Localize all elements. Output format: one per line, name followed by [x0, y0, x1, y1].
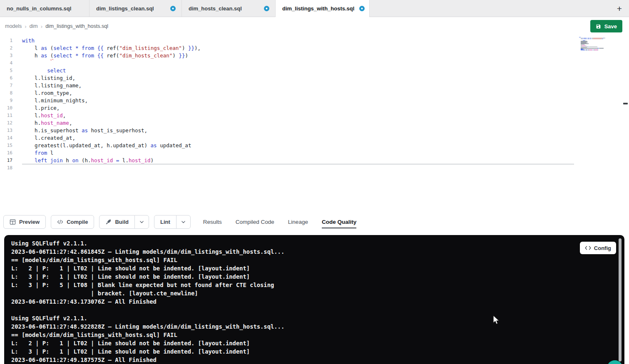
minimap-token: [593, 39, 601, 39]
terminal-line: L: 3 | P: 1 | LT02 | Line should not be …: [11, 347, 614, 356]
code-line-12[interactable]: 12 h.host_name,: [0, 119, 629, 127]
lint-options-dropdown[interactable]: [176, 215, 191, 229]
code-line-2[interactable]: 2 l as (select * from {{ ref("dim_listin…: [0, 45, 629, 52]
build-button-label: Build: [115, 219, 129, 225]
code-token: ): [151, 157, 154, 163]
line-number: 1: [0, 37, 12, 45]
tab-no-nulls-in-columns[interactable]: no_nulls_in_columns.sql: [0, 0, 90, 17]
code-line-15[interactable]: 15 greatest(l.updated_at, h.updated_at) …: [0, 142, 629, 149]
build-options-dropdown[interactable]: [134, 215, 149, 229]
new-tab-button[interactable]: +: [610, 0, 629, 17]
code-token: host_id: [91, 157, 113, 163]
file-header-bar: models›dim›dim_listings_with_hosts.sql S…: [0, 17, 629, 35]
save-button[interactable]: Save: [590, 20, 622, 32]
code-text: left join h on (h.host_id = l.host_id): [12, 157, 154, 164]
terminal-line: [11, 306, 614, 314]
code-line-13[interactable]: 13 h.is_superhost as host_is_superhost,: [0, 127, 629, 134]
code-line-17[interactable]: 17 left join h on (h.host_id = l.host_id…: [0, 157, 629, 164]
code-line-7[interactable]: 7 l.listing_name,: [0, 82, 629, 89]
code-line-1[interactable]: 1with: [0, 37, 629, 45]
code-text: l as (select * from {{ ref("dim_listings…: [12, 45, 201, 52]
line-number: 5: [0, 67, 12, 74]
code-line-16[interactable]: 16 from l: [0, 149, 629, 157]
tab-dim-listings-with-hosts[interactable]: dim_listings_with_hosts.sql: [276, 0, 370, 17]
code-token: [72, 52, 75, 59]
unsaved-changes-icon[interactable]: [170, 6, 176, 11]
code-text: select: [12, 67, 66, 74]
unsaved-changes-icon[interactable]: [264, 6, 269, 11]
code-token: l.listing_name,: [22, 82, 82, 89]
code-token: [113, 157, 116, 163]
preview-button[interactable]: Preview: [3, 215, 46, 229]
editor-minimap[interactable]: [579, 37, 609, 51]
lint-config-button[interactable]: Config: [580, 242, 616, 254]
lint-button[interactable]: Lint: [154, 215, 177, 229]
unsaved-changes-icon[interactable]: [359, 6, 365, 11]
terminal-panel: Using SQLFluff v2.1.1.2023-06-06T11:27:4…: [4, 235, 624, 364]
minimap-token: [589, 47, 597, 47]
breadcrumb-separator-icon: ›: [25, 23, 26, 30]
code-text: l.listing_id,: [12, 74, 75, 82]
code-line-6[interactable]: 6 l.listing_id,: [0, 74, 629, 82]
terminal-line: Using SQLFluff v2.1.1.: [11, 314, 614, 322]
code-token: h: [22, 52, 41, 59]
tab-dim-hosts-clean[interactable]: dim_hosts_clean.sql: [182, 0, 276, 17]
minimap-token: [603, 39, 603, 39]
breadcrumb-item[interactable]: models: [5, 23, 22, 29]
minimap-token: [594, 50, 598, 50]
code-token: ref(: [104, 52, 119, 59]
line-number: 11: [0, 112, 12, 119]
terminal-line: L: 3 | P: 5 | LT08 | Blank line expected…: [11, 281, 614, 289]
code-line-8[interactable]: 8 l.room_type,: [0, 89, 629, 97]
minimap-token: [599, 48, 604, 48]
breadcrumb-item[interactable]: dim_listings_with_hosts.sql: [45, 23, 108, 29]
line-number: 8: [0, 89, 12, 97]
code-token: l.: [119, 157, 129, 163]
code-token: [79, 45, 82, 51]
line-number: 4: [0, 59, 12, 67]
code-token: updated_at: [157, 142, 191, 149]
code-text: l.price,: [12, 104, 60, 112]
code-token: [79, 52, 82, 59]
build-button-group: Build: [99, 215, 149, 229]
code-text: h as (select * from {{ ref("dim_hosts_cl…: [12, 52, 188, 59]
code-token: greatest(l.updated_at, h.updated_at): [22, 142, 151, 149]
result-tab-lineage[interactable]: Lineage: [288, 215, 308, 228]
result-tab-results[interactable]: Results: [203, 215, 222, 228]
terminal-scrollbar[interactable]: [619, 238, 622, 362]
code-editor[interactable]: 1with2 l as (select * from {{ ref("dim_l…: [0, 35, 629, 210]
code-line-3[interactable]: 3 h as (select * from {{ ref("dim_hosts_…: [0, 52, 629, 59]
save-button-label: Save: [604, 23, 617, 30]
code-token: ,: [69, 120, 72, 126]
code-line-10[interactable]: 10 l.price,: [0, 104, 629, 112]
code-token: *: [75, 52, 79, 59]
code-token: h: [63, 157, 72, 163]
tab-label: dim_listings_with_hosts.sql: [282, 5, 354, 12]
file-tabs: no_nulls_in_columns.sqldim_listings_clea…: [0, 0, 370, 17]
code-line-9[interactable]: 9 l.minimum_nights,: [0, 97, 629, 104]
compile-button[interactable]: Compile: [51, 215, 94, 229]
lint-button-label: Lint: [160, 219, 170, 225]
tab-dim-listings-clean[interactable]: dim_listings_clean.sql: [90, 0, 182, 17]
editor-scrollbar-marker[interactable]: [623, 103, 628, 104]
code-line-5[interactable]: 5 select: [0, 67, 629, 74]
code-line-11[interactable]: 11 l.host_id,: [0, 112, 629, 119]
result-tab-code-quality[interactable]: Code Quality: [322, 215, 356, 228]
rocket-icon: [105, 219, 112, 225]
code-token: }}: [179, 52, 185, 59]
terminal-line: | bracket. [layout.cte_newline]: [11, 289, 614, 297]
code-token: ref(: [104, 45, 119, 51]
code-line-14[interactable]: 14 l.created_at,: [0, 134, 629, 142]
build-button[interactable]: Build: [99, 215, 135, 229]
code-line-18[interactable]: 18: [0, 164, 629, 172]
line-number: 18: [0, 164, 12, 172]
breadcrumb-item[interactable]: dim: [30, 23, 38, 29]
terminal-output[interactable]: Using SQLFluff v2.1.1.2023-06-06T11:27:4…: [11, 239, 614, 364]
code-token: ): [172, 52, 179, 59]
code-line-4[interactable]: 4: [0, 59, 629, 67]
line-number: 9: [0, 97, 12, 104]
minimap-token: [581, 50, 585, 50]
result-tab-compiled-code[interactable]: Compiled Code: [236, 215, 274, 228]
code-token: host_id: [129, 157, 151, 163]
line-number: 15: [0, 142, 12, 149]
